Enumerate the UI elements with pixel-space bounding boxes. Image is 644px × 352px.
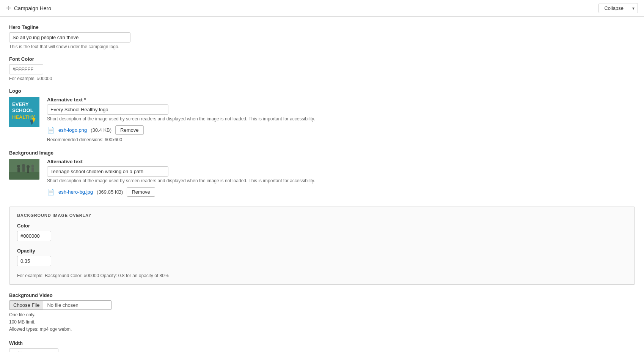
header-bar: ✛ Campaign Hero Collapse ▾ [0, 0, 644, 17]
svg-point-14 [31, 165, 34, 167]
logo-alt-input[interactable] [47, 104, 168, 115]
overlay-opacity-group: Opacity [17, 248, 627, 266]
svg-rect-15 [31, 167, 34, 172]
section-title: Campaign Hero [14, 5, 51, 11]
logo-file-icon: 📄 [47, 126, 55, 134]
logo-section-label: Logo [9, 88, 635, 94]
video-hint-3: Allowed types: mp4 ogv webm. [9, 326, 635, 333]
background-image-fields: Alternative text Short description of th… [47, 159, 635, 199]
video-hint-2: 100 MB limit. [9, 319, 635, 326]
collapse-button[interactable]: Collapse [599, 3, 629, 13]
font-color-label: Font Color [9, 56, 635, 62]
file-input-label[interactable]: Choose File No file chosen [9, 300, 635, 310]
hero-tagline-input[interactable] [9, 32, 130, 43]
svg-point-12 [27, 165, 30, 168]
logo-fields: Alternative text * Short description of … [47, 97, 635, 142]
video-hint-1: One file only. [9, 311, 635, 319]
font-color-hint: For example, #00000 [9, 76, 635, 81]
drag-handle-icon[interactable]: ✛ [6, 5, 11, 12]
bg-file-link[interactable]: esh-hero-bg.jpg [58, 189, 93, 195]
logo-file-link[interactable]: esh-logo.png [58, 127, 87, 133]
svg-point-10 [22, 164, 25, 167]
overlay-color-input[interactable] [17, 231, 51, 241]
overlay-color-label: Color [17, 223, 627, 229]
svg-text:SCHOOL: SCHOOL [12, 107, 33, 113]
width-label: Width [9, 340, 635, 346]
background-image-svg [9, 159, 39, 180]
collapse-dropdown-button[interactable]: ▾ [629, 4, 638, 13]
background-video-label: Background Video [9, 292, 635, 298]
width-group: Width – None – Full Half Quarter Select … [9, 340, 635, 352]
bg-alt-input[interactable] [47, 166, 168, 177]
logo-alt-label: Alternative text * [47, 97, 635, 103]
main-content: Hero Tagline This is the text that will … [0, 17, 644, 352]
background-image-preview [9, 159, 39, 180]
header-left: ✛ Campaign Hero [6, 5, 51, 12]
logo-alt-hint: Short description of the image used by s… [47, 116, 635, 122]
bg-alt-hint: Short description of the image used by s… [47, 178, 635, 183]
overlay-hint: For example: Background Color: #00000 Op… [17, 273, 627, 278]
background-video-group: Background Video Choose File No file cho… [9, 292, 635, 333]
background-image-section: Background Image [9, 150, 635, 199]
font-color-input[interactable] [9, 64, 43, 74]
bg-file-icon: 📄 [47, 188, 55, 196]
svg-point-8 [17, 165, 20, 168]
logo-preview-image: EVERY SCHOOL HEALTHY [9, 97, 39, 127]
video-hints: One file only. 100 MB limit. Allowed typ… [9, 311, 635, 333]
hero-tagline-hint: This is the text that will show under th… [9, 44, 635, 49]
overlay-opacity-input[interactable] [17, 256, 51, 266]
logo-recommended: Recommended dimensions: 600x600 [47, 137, 635, 142]
bg-file-size: (369.85 KB) [97, 189, 123, 195]
no-file-text: No file chosen [43, 300, 112, 310]
svg-rect-9 [17, 168, 20, 172]
hero-tagline-group: Hero Tagline This is the text that will … [9, 24, 635, 49]
hero-tagline-label: Hero Tagline [9, 24, 635, 30]
logo-remove-button[interactable]: Remove [115, 125, 143, 135]
overlay-color-group: Color [17, 223, 627, 241]
bg-file-row: 📄 esh-hero-bg.jpg (369.85 KB) Remove [47, 187, 635, 197]
bg-remove-button[interactable]: Remove [127, 187, 155, 197]
overlay-box: BACKGROUND IMAGE OVERLAY Color Opacity F… [9, 207, 635, 285]
logo-file-size: (30.4 KB) [91, 127, 112, 133]
bg-alt-label: Alternative text [47, 159, 635, 164]
background-image-row: Alternative text Short description of th… [9, 159, 635, 199]
logo-file-row: 📄 esh-logo.png (30.4 KB) Remove [47, 125, 635, 135]
choose-file-button[interactable]: Choose File [9, 300, 43, 310]
background-image-placeholder [9, 159, 39, 180]
logo-section: Logo EVERY SCHOOL HEALTHY Alternative te… [9, 88, 635, 142]
logo-row: EVERY SCHOOL HEALTHY Alternative text * … [9, 97, 635, 142]
svg-rect-11 [22, 167, 25, 172]
background-image-label: Background Image [9, 150, 635, 156]
svg-rect-13 [27, 168, 29, 173]
collapse-button-group: Collapse ▾ [598, 3, 638, 13]
logo-required-marker: * [84, 97, 86, 103]
overlay-opacity-label: Opacity [17, 248, 627, 254]
width-select[interactable]: – None – Full Half Quarter [9, 348, 58, 352]
overlay-title: BACKGROUND IMAGE OVERLAY [17, 213, 627, 218]
svg-text:EVERY: EVERY [12, 101, 29, 107]
svg-text:HEALTHY: HEALTHY [12, 114, 35, 120]
font-color-group: Font Color For example, #00000 [9, 56, 635, 81]
page-wrapper: ✛ Campaign Hero Collapse ▾ Hero Tagline … [0, 0, 644, 352]
svg-rect-7 [9, 172, 39, 180]
